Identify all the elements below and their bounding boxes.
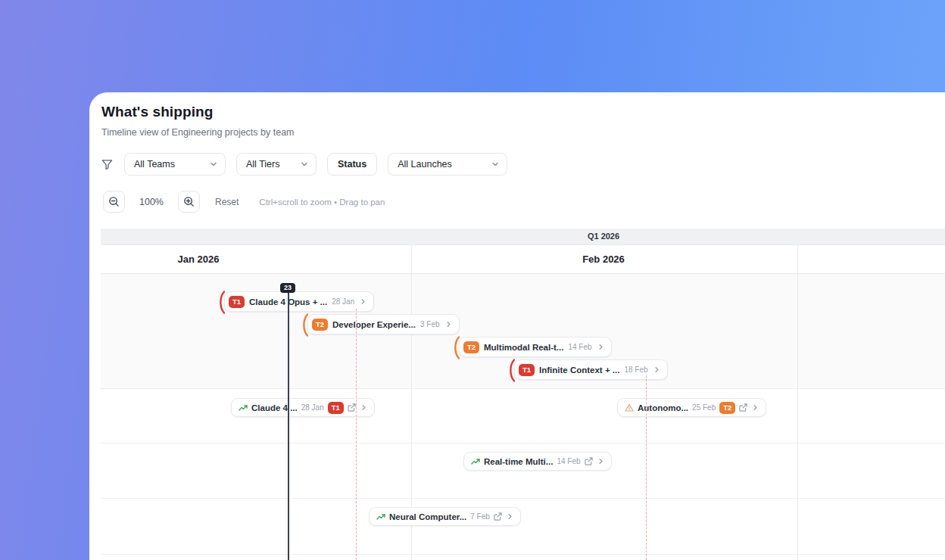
launch-pill-realtime-multi[interactable]: Real-time Multi... 14 Feb [463,452,612,471]
quarter-label: Q1 2026 [588,232,619,241]
chevron-right-icon [360,404,367,411]
chevron-down-icon [301,160,308,168]
milestone-pill-claude-4-opus[interactable]: T1 Claude 4 Opus + ... 28 Jan [224,291,374,312]
chevron-right-icon [597,458,604,465]
timeline-grid[interactable]: Q1 2026 Jan 2026 Feb 2026 23 T1 [101,229,945,560]
launches-filter-dropdown[interactable]: All Launches [388,153,507,176]
milestone-label: Multimodal Real-t... [484,343,563,352]
filter-icon [101,158,114,170]
chevron-right-icon [445,321,452,328]
trending-up-icon [239,403,248,412]
launch-date: 14 Feb [557,457,580,465]
milestone-start-bracket-icon [453,336,460,359]
teams-filter-dropdown[interactable]: All Teams [124,153,226,176]
tier-badge: T2 [719,402,735,414]
milestone-pill-multimodal-realtime[interactable]: T2 Multimodal Real-t... 14 Feb [459,337,612,357]
warning-triangle-icon [625,403,634,412]
launch-pill-autonomous[interactable]: Autonomo... 25 Feb T2 [617,398,766,417]
tier-badge: T2 [312,319,328,331]
milestone-start-bracket-icon [508,359,515,382]
launch-pill-claude-4[interactable]: Claude 4 ... 28 Jan T1 [231,398,375,417]
milestone-label: Developer Experie... [332,320,416,329]
teams-filter-value: All Teams [134,159,175,170]
chevron-right-icon [507,513,513,520]
external-link-icon [348,403,356,412]
quarter-header-band: Q1 2026 [101,229,945,245]
milestone-date: 28 Jan [332,297,354,306]
zoom-hint-text: Ctrl+scroll to zoom • Drag to pan [259,198,385,207]
launch-pill-neural-computer[interactable]: Neural Computer... 7 Feb [369,507,521,526]
launch-label: Real-time Multi... [484,457,553,466]
launch-date-guide-line [646,375,647,560]
milestone-start-bracket-icon [301,313,308,337]
row-divider [101,554,945,555]
zoom-toolbar: 100% Reset Ctrl+scroll to zoom • Drag to… [103,191,385,213]
milestone-date: 3 Feb [420,320,440,328]
month-header-row: Jan 2026 Feb 2026 [101,245,945,274]
page-subtitle: Timeline view of Engineering projects by… [101,127,295,138]
launches-filter-value: All Launches [398,159,452,170]
zoom-in-button[interactable] [178,191,200,213]
launch-date-guide-line [356,309,357,560]
tier-badge: T1 [229,296,245,308]
launch-date: 7 Feb [470,512,490,521]
month-divider-mar [797,245,798,560]
chevron-right-icon [360,298,366,305]
trending-up-icon [471,457,480,466]
app-background: What's shipping Timeline view of Enginee… [0,0,945,560]
launch-label: Claude 4 ... [251,403,298,412]
tier-badge: T1 [519,364,535,376]
chevron-right-icon [752,404,759,411]
month-label-feb: Feb 2026 [582,254,625,265]
month-label-jan: Jan 2026 [178,254,220,265]
reset-zoom-button[interactable]: Reset [215,197,239,207]
row-divider [101,443,945,443]
milestone-pill-infinite-context[interactable]: T1 Infinite Context + ... 18 Feb [514,359,668,380]
row-divider [101,498,945,499]
chevron-right-icon [597,344,604,350]
zoom-level-value: 100% [125,197,178,207]
launch-date: 25 Feb [692,403,716,412]
filter-bar: All Teams All Tiers Status All Launches [101,153,507,176]
external-link-icon [585,457,593,465]
milestone-label: Infinite Context + ... [539,366,619,375]
milestone-date: 14 Feb [568,343,591,351]
today-marker-badge: 23 [280,283,295,293]
milestone-date: 18 Feb [624,366,647,374]
zoom-out-button[interactable] [103,191,125,213]
status-filter-button[interactable]: Status [327,153,377,176]
external-link-icon [739,403,747,412]
chevron-down-icon [491,160,499,168]
whats-shipping-panel: What's shipping Timeline view of Enginee… [89,92,945,560]
chevron-down-icon [210,160,217,168]
tier-badge: T1 [328,402,344,414]
row-divider [101,388,945,389]
milestone-pill-developer-experience[interactable]: T2 Developer Experie... 3 Feb [307,314,460,334]
today-marker-line [288,286,289,560]
tiers-filter-dropdown[interactable]: All Tiers [236,153,317,176]
status-filter-label: Status [338,159,366,170]
external-link-icon [494,512,502,521]
tier-badge: T2 [463,341,479,353]
trending-up-icon [376,512,385,521]
chevron-right-icon [653,366,660,373]
milestone-start-bracket-icon [218,291,225,314]
tiers-filter-value: All Tiers [246,159,279,170]
launch-date: 28 Jan [301,403,324,412]
launch-label: Neural Computer... [389,512,466,521]
page-title: What's shipping [101,104,213,120]
